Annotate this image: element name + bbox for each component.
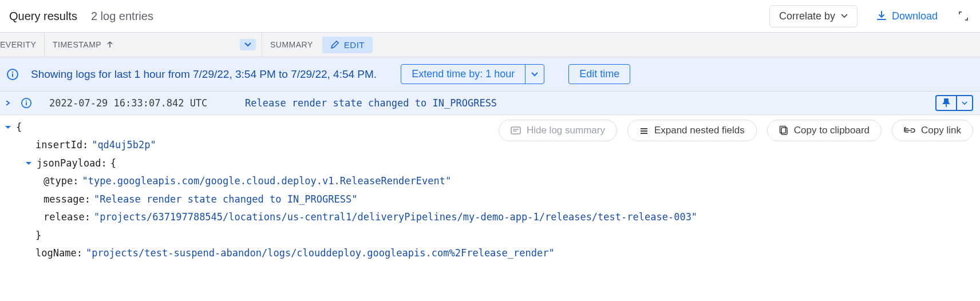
json-key: insertId bbox=[35, 136, 82, 154]
json-field-jsonPayload[interactable]: jsonPayload: { bbox=[5, 155, 975, 172]
time-range-banner: Showing logs for last 1 hour from 7/29/2… bbox=[0, 57, 980, 92]
pin-dropdown[interactable] bbox=[956, 96, 972, 110]
log-timestamp: 2022-07-29 16:33:07.842 UTC bbox=[38, 97, 245, 109]
col-timestamp-label: TIMESTAMP bbox=[53, 40, 101, 49]
pin-button[interactable] bbox=[936, 96, 956, 110]
expand-nested-label: Expand nested fields bbox=[654, 125, 745, 136]
download-label: Download bbox=[892, 10, 938, 22]
copy-clipboard-label: Copy to clipboard bbox=[794, 125, 870, 136]
svg-rect-2 bbox=[12, 72, 13, 73]
edit-label: EDIT bbox=[344, 40, 365, 50]
pencil-icon bbox=[330, 40, 339, 49]
svg-rect-5 bbox=[26, 100, 27, 101]
json-key: release bbox=[44, 208, 85, 226]
json-payload-close: } bbox=[5, 227, 975, 244]
hide-log-summary-button[interactable]: Hide log summary bbox=[499, 120, 617, 141]
col-timestamp[interactable]: TIMESTAMP bbox=[45, 33, 262, 57]
json-field-message[interactable]: message: "Release render state changed t… bbox=[5, 191, 975, 208]
json-field-logName[interactable]: logName: "projects/test-suspend-abandon/… bbox=[5, 244, 975, 262]
json-value: "projects/637197788545/locations/us-cent… bbox=[94, 208, 697, 226]
col-summary-label: SUMMARY bbox=[270, 40, 313, 49]
json-key: jsonPayload bbox=[37, 155, 101, 172]
page-title: Query results bbox=[9, 10, 77, 23]
json-field-release[interactable]: release: "projects/637197788545/location… bbox=[5, 208, 975, 226]
expand-row-icon[interactable] bbox=[5, 100, 15, 106]
expand-icon bbox=[639, 126, 649, 134]
download-button[interactable]: Download bbox=[867, 6, 947, 27]
log-entry-row[interactable]: 2022-07-29 16:33:07.842 UTC Release rend… bbox=[0, 92, 980, 115]
download-icon bbox=[876, 10, 887, 22]
col-severity-label: EVERITY bbox=[0, 40, 36, 49]
json-field-type[interactable]: @type: "type.googleapis.com/google.cloud… bbox=[5, 172, 975, 190]
log-summary: Release render state changed to IN_PROGR… bbox=[245, 97, 935, 109]
caret-down-icon[interactable] bbox=[5, 125, 15, 130]
json-value: "type.googleapis.com/google.cloud.deploy… bbox=[82, 172, 451, 190]
extend-time-dropdown[interactable] bbox=[525, 65, 544, 84]
arrow-up-icon bbox=[106, 41, 114, 49]
link-icon bbox=[904, 127, 915, 134]
summary-icon bbox=[511, 126, 521, 134]
correlate-by-dropdown[interactable]: Correlate by bbox=[769, 5, 858, 27]
banner-text: Showing logs for last 1 hour from 7/29/2… bbox=[31, 68, 377, 81]
svg-rect-1 bbox=[12, 73, 13, 77]
caret-down-icon bbox=[841, 14, 848, 18]
svg-rect-4 bbox=[26, 102, 27, 105]
copy-link-label: Copy link bbox=[921, 125, 961, 136]
expand-nested-button[interactable]: Expand nested fields bbox=[627, 120, 757, 141]
json-value: "Release render state changed to IN_PROG… bbox=[94, 191, 358, 208]
col-summary: SUMMARY EDIT bbox=[262, 33, 373, 57]
json-key: @type bbox=[44, 172, 73, 190]
severity-info-icon bbox=[15, 97, 38, 109]
json-key: logName bbox=[35, 244, 77, 262]
edit-time-button[interactable]: Edit time bbox=[568, 64, 630, 84]
copy-clipboard-button[interactable]: Copy to clipboard bbox=[767, 120, 882, 141]
json-key: message bbox=[44, 191, 85, 208]
detail-actions: Hide log summary Expand nested fields Co… bbox=[499, 120, 973, 141]
extend-time-button[interactable]: Extend time by: 1 hour bbox=[401, 64, 544, 84]
copy-link-button[interactable]: Copy link bbox=[892, 120, 973, 141]
edit-summary-button[interactable]: EDIT bbox=[322, 37, 373, 53]
hide-log-summary-label: Hide log summary bbox=[527, 125, 605, 136]
svg-rect-6 bbox=[511, 127, 520, 134]
column-headers: EVERITY TIMESTAMP SUMMARY EDIT bbox=[0, 32, 980, 57]
correlate-label: Correlate by bbox=[779, 10, 835, 22]
info-icon bbox=[5, 68, 21, 81]
log-detail-panel: Hide log summary Expand nested fields Co… bbox=[0, 115, 980, 266]
clipboard-icon bbox=[779, 125, 788, 136]
json-value: "projects/test-suspend-abandon/logs/clou… bbox=[86, 244, 555, 262]
fullscreen-icon[interactable] bbox=[956, 9, 971, 23]
result-count: 2 log entries bbox=[91, 10, 153, 23]
extend-time-label: Extend time by: 1 hour bbox=[401, 65, 525, 84]
pin-button-group bbox=[935, 95, 973, 111]
caret-down-icon[interactable] bbox=[25, 161, 35, 167]
col-severity[interactable]: EVERITY bbox=[0, 33, 45, 57]
results-header: Query results 2 log entries Correlate by… bbox=[0, 0, 980, 32]
json-value: "qd4uj5b2p" bbox=[92, 136, 156, 154]
timestamp-options-dropdown[interactable] bbox=[240, 39, 256, 50]
